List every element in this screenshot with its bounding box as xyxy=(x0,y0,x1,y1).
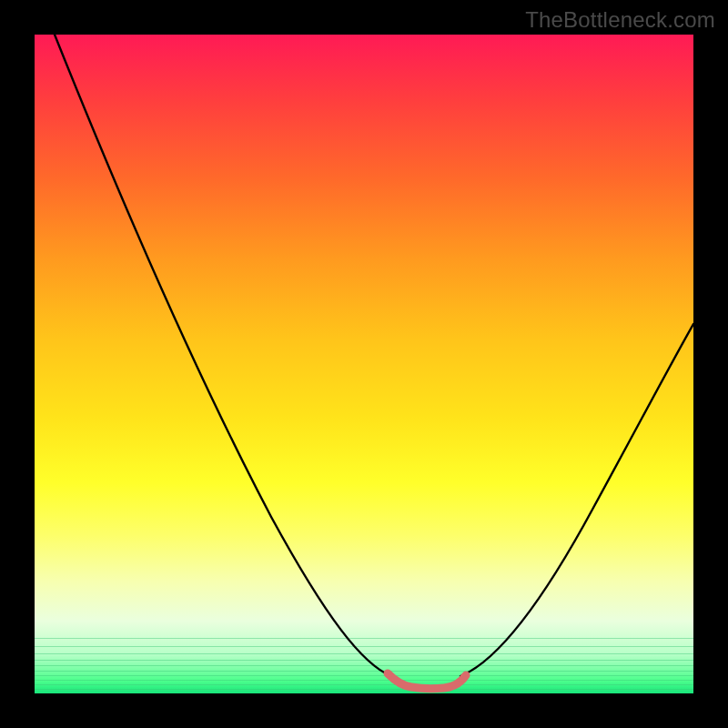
watermark-text: TheBottleneck.com xyxy=(525,7,715,33)
curve-right-ascent xyxy=(460,324,693,676)
plot-area xyxy=(35,35,693,693)
sweet-spot-segment xyxy=(388,673,466,689)
bottleneck-curve-svg xyxy=(35,35,693,693)
chart-frame: TheBottleneck.com xyxy=(0,0,728,728)
curve-left-descent xyxy=(55,35,391,676)
